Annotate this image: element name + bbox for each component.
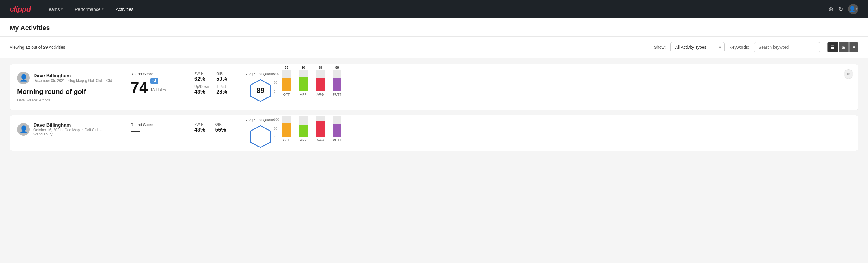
one-putt-label: 1 Putt — [216, 85, 229, 89]
list-detail-icon: ≡ — [852, 45, 855, 50]
avatar-icon: 👤 — [20, 125, 28, 133]
card-left: 👤 Dave Billingham December 05, 2021 - Go… — [17, 71, 114, 103]
one-putt-stat: 1 Putt 28% — [216, 85, 229, 95]
nav-activities[interactable]: Activities — [115, 4, 135, 14]
gir-value: 56% — [215, 127, 229, 133]
hexagon: 89 — [248, 79, 273, 103]
card-stats: FW Hit 43% GIR 56% — [187, 122, 229, 144]
card-stats: FW Hit 62% GIR 50% Up/Down 43% 1 Putt 28… — [187, 71, 229, 103]
bar-label-putt: PUTT — [333, 139, 342, 142]
fw-hit-value: 43% — [194, 127, 208, 133]
view-list-dense-button[interactable]: ☰ — [828, 42, 838, 52]
nav-performance[interactable]: Performance ▾ — [74, 4, 105, 14]
fw-hit-value: 62% — [194, 76, 209, 82]
bar-label-ott: OTT — [283, 93, 290, 96]
updown-stat: Up/Down 43% — [194, 85, 209, 95]
app-logo[interactable]: clippd — [10, 4, 31, 14]
bar-group-arg: 106 ARG — [316, 115, 324, 142]
user-name: Dave Billingham — [33, 73, 112, 79]
score-dash — [130, 130, 140, 132]
score-diff-badge: +4 — [150, 78, 158, 84]
bar-fill-app — [299, 77, 308, 91]
bar-label-arg: ARG — [317, 93, 324, 96]
bar-container-ott — [282, 70, 291, 91]
viewing-total: 29 — [43, 45, 48, 50]
y-label-50: 50 — [274, 127, 279, 130]
refresh-button[interactable]: ↻ — [838, 5, 843, 12]
bar-fill-ott — [282, 123, 291, 137]
activity-type-select[interactable]: All Activity Types — [671, 42, 724, 52]
show-label: Show: — [654, 45, 666, 50]
gir-label: GIR — [216, 71, 229, 76]
view-toggle: ☰ ⊞ ≡ — [828, 42, 858, 52]
nav-activities-label: Activities — [116, 7, 133, 12]
add-button[interactable]: ⊕ — [828, 5, 833, 12]
bar-container-arg — [316, 116, 324, 137]
user-name: Dave Billingham — [33, 122, 114, 128]
card-quality: Avg Shot Quality 89 100 50 0 — [239, 71, 851, 103]
user-row: 👤 Dave Billingham October 16, 2021 - Gog… — [17, 122, 114, 136]
bar-container-putt — [333, 116, 341, 137]
bar-fill-app — [299, 124, 308, 137]
grid-icon: ⊞ — [842, 45, 845, 50]
score-holes: 18 Holes — [150, 88, 166, 92]
keyword-search-input[interactable] — [754, 42, 820, 52]
bar-group-ott: 85 OTT — [282, 66, 291, 96]
quality-label: Avg Shot Quality — [246, 118, 275, 122]
avatar: 👤 — [17, 71, 30, 84]
shot-quality-wrapper: Avg Shot Quality — [246, 118, 275, 149]
shot-quality-wrapper: Avg Shot Quality 89 — [246, 71, 275, 103]
bar-label-app: APP — [300, 93, 307, 96]
y-axis: 100 50 0 — [274, 72, 279, 93]
activity-title: Morning round of golf — [17, 88, 114, 96]
activity-date: December 05, 2021 - Gog Magog Golf Club … — [33, 79, 112, 83]
user-icon: 👤 — [849, 6, 856, 12]
user-avatar[interactable]: 👤 ▾ — [848, 4, 858, 14]
user-info: Dave Billingham December 05, 2021 - Gog … — [33, 73, 112, 83]
bar-group-arg: 89 ARG — [316, 66, 324, 96]
view-list-detail-button[interactable]: ≡ — [849, 42, 858, 52]
updown-value: 43% — [194, 89, 209, 95]
chart-bars: 100 50 0 94 OTT 82 — [282, 118, 851, 148]
nav-teams[interactable]: Teams ▾ — [45, 4, 64, 14]
bar-container-arg — [316, 70, 324, 91]
bar-fill-putt — [333, 124, 341, 137]
view-grid-button[interactable]: ⊞ — [839, 42, 849, 52]
bar-chart: 100 50 0 85 OTT 90 — [282, 72, 851, 102]
activities-list: ✏ 👤 Dave Billingham December 05, 2021 - … — [0, 58, 868, 162]
score-label: Round Score — [130, 122, 177, 127]
activity-card: 👤 Dave Billingham October 16, 2021 - Gog… — [10, 115, 858, 151]
shot-quality-score: 89 — [256, 86, 265, 95]
bar-group-putt: 87 PUTT — [333, 115, 342, 142]
bar-label-ott: OTT — [283, 139, 290, 142]
fw-hit-stat: FW Hit 43% — [194, 122, 208, 133]
bar-group-app: 90 APP — [299, 66, 308, 96]
gir-label: GIR — [215, 122, 229, 127]
performance-chevron-icon: ▾ — [102, 7, 104, 11]
filter-bar: Viewing 12 out of 29 Activities Show: Al… — [0, 37, 868, 58]
fw-hit-stat: FW Hit 62% — [194, 71, 209, 82]
list-dense-icon: ☰ — [831, 45, 835, 50]
card-quality: Avg Shot Quality 100 50 0 94 — [239, 122, 851, 144]
score-number: 74 — [130, 80, 148, 95]
avatar: 👤 — [17, 123, 30, 136]
bar-chart: 100 50 0 94 OTT 82 — [282, 118, 851, 148]
bar-container-ott — [282, 116, 291, 137]
bar-value-app: 90 — [301, 66, 305, 69]
score-details: +4 18 Holes — [150, 78, 166, 95]
updown-label: Up/Down — [194, 85, 209, 89]
navbar: clippd Teams ▾ Performance ▾ Activities … — [0, 0, 868, 18]
svg-marker-1 — [250, 126, 271, 147]
card-left: 👤 Dave Billingham October 16, 2021 - Gog… — [17, 122, 114, 144]
gir-value: 50% — [216, 76, 229, 82]
card-score: Round Score 74 +4 18 Holes — [123, 71, 177, 103]
nav-performance-label: Performance — [75, 7, 101, 12]
hexagon — [248, 124, 273, 149]
gir-stat: GIR 56% — [215, 122, 229, 133]
hexagon-svg — [248, 124, 273, 149]
bar-fill-putt — [333, 78, 341, 91]
user-chevron-icon: ▾ — [856, 7, 858, 11]
y-label-50: 50 — [274, 81, 279, 84]
nav-teams-label: Teams — [46, 7, 60, 12]
y-axis: 100 50 0 — [274, 118, 279, 139]
